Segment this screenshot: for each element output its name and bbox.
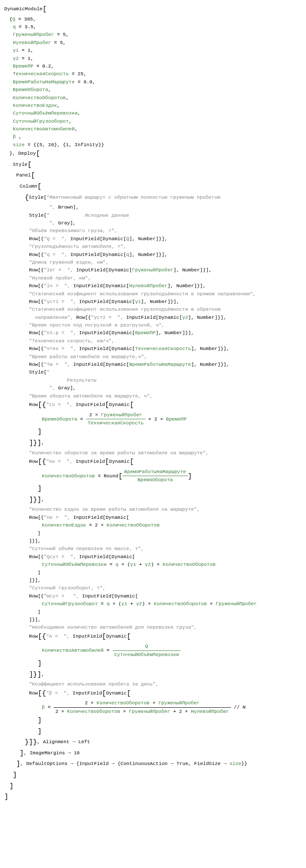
line: "Время работы автомобиля на маршруте,ч", <box>4 353 302 361</box>
line: "Нулевой пробег, км", <box>4 274 302 282</box>
line: ] <box>4 659 302 670</box>
line: }]}, Alignment → Left <box>4 737 302 748</box>
line: ]}], <box>4 438 302 449</box>
line: СуточныйОбъёмПеревозки, <box>4 109 302 117</box>
line: ] <box>4 608 302 616</box>
line: ТехническаяСкорость = 25, <box>4 70 302 78</box>
line: СуточныйОбъёмПеревозки = q × (γ1 + γ2) ×… <box>4 561 302 568</box>
line: Style[ <box>4 160 302 171</box>
line: Row[{"tо = ", InputField[Dynamic[ <box>4 400 302 411</box>
line: Style[" Исходные данные <box>4 212 302 219</box>
line: Row[{"lн = ", InputField[Dynamic[Нулевой… <box>4 282 302 290</box>
code-block: DynamicModule[ {Q = 385, q = 3.5, Гружен… <box>4 4 302 803</box>
line: Panel[ <box>4 171 302 182</box>
frac-line: КоличествоАвтомобилей = QСуточныйОбъёмПе… <box>4 642 302 659</box>
line: "Время простоя под погрузкой и разгрузко… <box>4 321 302 329</box>
line: ВремяОборота, <box>4 86 302 94</box>
line: "Суточный объём перевозки по массе, т", <box>4 545 302 553</box>
line: Row[{"γст1 = ", InputField[Dynamic[γ1], … <box>4 298 302 306</box>
line: направлении", Row[{"γст2 = ", InputField… <box>4 314 302 321</box>
line: ] <box>4 727 302 738</box>
line: КоличествоЕздок, <box>4 102 302 109</box>
line: "Коэффициент использования пробега за де… <box>4 680 302 688</box>
line: ] <box>4 781 302 792</box>
line: γ1 = 1, <box>4 47 302 54</box>
line: КоличествоЕздок = 2 × КоличествоОборотов <box>4 521 302 529</box>
line: ] <box>4 770 302 781</box>
line: Row[{"Qсут = ", InputField[Dynamic[ <box>4 553 302 561</box>
line: Row[{"nе = ", InputField[Dynamic[ <box>4 514 302 521</box>
line: "Длина груженой ездки, км", <box>4 259 302 266</box>
line: "Время оборота автомобиля на маршруте, ч… <box>4 392 302 400</box>
line: "Количество оборотов за время работы авт… <box>4 449 302 457</box>
frac-line: β = 2 × КоличествоОборотов × ГруженыйПро… <box>4 699 302 715</box>
line: "Объём перевозимого груза, т", <box>4 227 302 235</box>
line: Column[ <box>4 182 302 193</box>
line: КоличествоАвтомобилей, <box>4 125 302 133</box>
line: }, Deploy[ <box>4 149 302 160</box>
line: "Статический коэфициент использования гр… <box>4 306 302 313</box>
line: γ2 = 1, <box>4 55 302 62</box>
line: "Техническая скорость, км/ч", <box>4 337 302 345</box>
line: ] <box>4 427 302 438</box>
line: ], ImageMargins → 10 <box>4 748 302 759</box>
line: "Грузоподъёмность автомобиля, т", <box>4 243 302 250</box>
frac-line: КоличествоОборотов = Round[ВремяРаботыНа… <box>4 468 302 484</box>
line: Row[{"Q = ", InputField[Dynamic[Q], Numb… <box>4 235 302 243</box>
line: Row[{"lег = ", InputField[Dynamic[Гружен… <box>4 266 302 274</box>
line: ]}], <box>4 537 302 545</box>
line: Row[{"nо = ", InputField[Dynamic[ <box>4 457 302 468</box>
line: НулевойПробег = 5, <box>4 39 302 47</box>
line: Row[{"q = ", InputField[Dynamic[q], Numb… <box>4 251 302 259</box>
line: ] <box>4 715 302 727</box>
line: β , <box>4 133 302 141</box>
line: ]}], <box>4 670 302 681</box>
line: ]}], <box>4 616 302 624</box>
line: Row[{"Tм = ", InputField[Dynamic[ВремяРа… <box>4 361 302 368</box>
line: ] <box>4 792 302 803</box>
line: "Статический коэфициент использования гр… <box>4 290 302 298</box>
line: ВремяПР = 0.2, <box>4 62 302 70</box>
line: Row[{"Wсут = ", InputField[Dynamic[ <box>4 592 302 600</box>
line: "Необходимое количество автомобилей для … <box>4 624 302 631</box>
line: ]}], <box>4 577 302 584</box>
line: Результаты <box>4 377 302 384</box>
line: "Суточный грузооборот, т", <box>4 584 302 592</box>
line: ", Gray], <box>4 219 302 227</box>
line: ]}], <box>4 495 302 506</box>
line: ] <box>4 484 302 495</box>
line: Row[{"β = ", InputField[Dynamic[ <box>4 689 302 700</box>
frac-line: ВремяОборота = 2 × ГруженыйПробегТехниче… <box>4 411 302 427</box>
line: "Количество ездок за время работы автомо… <box>4 506 302 513</box>
line: ], DefaultOptions → {InputField → {Conti… <box>4 759 302 770</box>
line: КоличествоОборотов, <box>4 94 302 102</box>
line: Style[" <box>4 368 302 376</box>
line: ГруженыйПробег = 5, <box>4 31 302 38</box>
line: Row[{"A = ", InputField[Dynamic[ <box>4 632 302 643</box>
line: Row[{"Vтех = ", InputField[Dynamic[Техни… <box>4 345 302 353</box>
line: q = 3.5, <box>4 23 302 31</box>
line: {Style["Маятниковый маршрут с обратным п… <box>4 193 302 204</box>
line: СуточныйГрузооборот = q × (γ1 + γ2) × Ко… <box>4 600 302 608</box>
line: ] <box>4 530 302 537</box>
line: СуточныйГрузооборот, <box>4 118 302 125</box>
line: ВремяРаботыНаМаршруте = 8.0, <box>4 78 302 86</box>
line: size = {{5, 20}, {1, Infinity}} <box>4 141 302 149</box>
line: ", Gray], <box>4 384 302 392</box>
line: ", Brown], <box>4 203 302 211</box>
line: Row[{"tп-p = ", InputField[Dynamic[Время… <box>4 329 302 337</box>
line: DynamicModule[ <box>4 4 302 15</box>
line: ] <box>4 569 302 577</box>
line: {Q = 385, <box>4 15 302 23</box>
